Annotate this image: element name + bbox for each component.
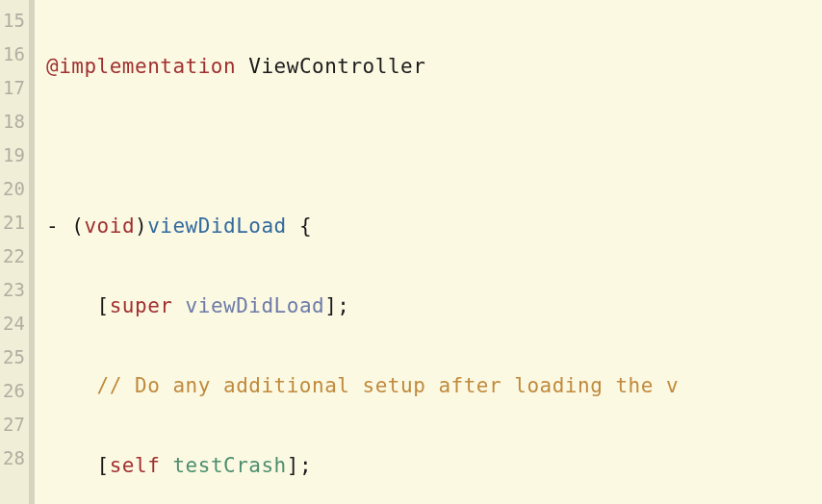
- comment: // Do any additional setup after loading…: [97, 374, 680, 397]
- method-prefix: -: [46, 214, 71, 238]
- class-name: ViewController: [248, 55, 425, 78]
- message-send: viewDidLoad: [186, 294, 325, 317]
- line-number: 22: [0, 239, 29, 273]
- line-number: 23: [0, 273, 29, 307]
- line-number: 20: [0, 172, 29, 206]
- line-number: 16: [0, 38, 29, 71]
- line-number: 25: [0, 340, 29, 374]
- message-send: testCrash: [172, 454, 286, 477]
- keyword-self: self: [110, 454, 161, 477]
- code-line[interactable]: @implementation ViewController: [46, 50, 822, 84]
- line-number: 27: [0, 408, 29, 441]
- return-type: void: [84, 214, 135, 238]
- keyword-implementation: @implementation: [46, 55, 236, 78]
- line-number: 26: [0, 374, 29, 408]
- line-number: 21: [0, 206, 29, 239]
- code-line[interactable]: [46, 130, 822, 164]
- line-number: 17: [0, 71, 29, 105]
- line-number: 18: [0, 105, 29, 139]
- line-number-gutter: 1516171819202122232425262728: [0, 0, 35, 504]
- line-number: 15: [0, 4, 29, 38]
- code-editor[interactable]: @implementation ViewController - (void)v…: [35, 0, 822, 504]
- method-name: viewDidLoad: [147, 214, 287, 238]
- code-line[interactable]: [super viewDidLoad];: [46, 290, 822, 323]
- line-number: 28: [0, 441, 29, 475]
- code-line[interactable]: [self testCrash];: [46, 449, 822, 483]
- line-number: 19: [0, 139, 29, 172]
- code-line[interactable]: // Do any additional setup after loading…: [46, 369, 822, 403]
- line-number: 24: [0, 307, 29, 340]
- code-line[interactable]: - (void)viewDidLoad {: [46, 210, 822, 243]
- keyword-super: super: [110, 294, 173, 317]
